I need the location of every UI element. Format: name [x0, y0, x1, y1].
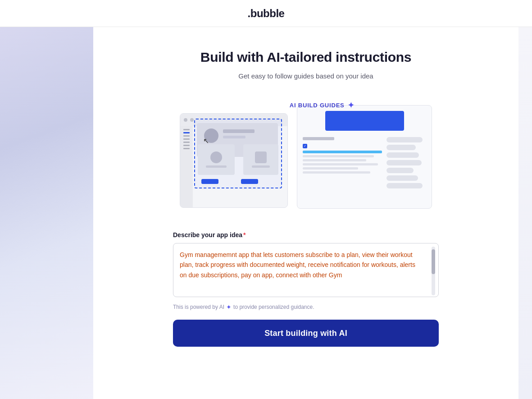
content-inner: Build with AI-tailored instructions Get … — [173, 50, 439, 347]
powered-by-label: This is powered by AI — [173, 304, 224, 310]
profile-rect-1 — [223, 129, 255, 133]
sparkle-icon: ✦ — [347, 100, 355, 110]
editor-sidebar — [180, 126, 193, 207]
form-label: Describe your app idea* — [173, 231, 439, 238]
sidebar-icon-4 — [183, 138, 190, 140]
form-label-text: Describe your app idea — [173, 231, 242, 238]
textarea-wrapper: Gym managememnt app that lets customers … — [173, 243, 439, 299]
check-icon: ✓ — [303, 144, 307, 148]
card-mockup-1 — [198, 144, 235, 175]
panel-pill-1 — [386, 137, 423, 142]
card-line-2 — [252, 165, 270, 168]
illustration-container: AI BUILD GUIDES ✦ — [180, 96, 432, 213]
panel-check-row: ✓ — [303, 144, 382, 148]
blue-btn-2 — [241, 179, 258, 184]
main-content: Build with AI-tailored instructions Get … — [93, 27, 518, 399]
powered-by-text: This is powered by AI ✦ to provide perso… — [173, 303, 439, 311]
textarea-scrollbar — [432, 247, 435, 295]
right-sidebar — [518, 27, 532, 399]
profile-rect-2 — [223, 136, 246, 138]
required-marker: * — [243, 231, 246, 238]
panel-line-4 — [303, 167, 358, 170]
ai-build-guides-badge: AI BUILD GUIDES ✦ — [290, 100, 355, 110]
toolbar-dot-1 — [184, 118, 187, 122]
card-square-2 — [255, 151, 267, 163]
sidebar-icon-3 — [183, 135, 190, 137]
main-layout: Build with AI-tailored instructions Get … — [0, 27, 532, 399]
panel-line-5 — [303, 171, 370, 174]
panel-line-1 — [303, 155, 374, 157]
cursor-icon: ↖ — [203, 137, 209, 145]
form-section: Describe your app idea* Gym managememnt … — [173, 231, 439, 347]
page-title: Build with AI-tailored instructions — [200, 50, 411, 65]
right-panel-mockup: ✓ — [297, 105, 432, 209]
toolbar-dot-2 — [190, 118, 194, 122]
panel-pill-2 — [386, 145, 416, 150]
header: .bubble — [0, 0, 532, 27]
panel-two-col: ✓ — [303, 137, 426, 188]
start-building-button[interactable]: Start building with AI — [173, 320, 439, 347]
panel-pill-4 — [386, 160, 422, 165]
sidebar-icon-5 — [183, 142, 190, 143]
card-circle-1 — [210, 151, 222, 163]
page-subtitle: Get easy to follow guides based on your … — [238, 72, 373, 80]
left-sidebar — [0, 27, 93, 399]
textarea-scrollbar-thumb — [432, 249, 435, 274]
blue-progress-bar — [303, 151, 382, 153]
sidebar-icon-2 — [183, 132, 190, 133]
panel-pill-3 — [386, 152, 419, 158]
panel-blue-bar — [325, 111, 404, 131]
ai-badge-text: AI BUILD GUIDES — [290, 102, 345, 109]
sidebar-icon-7 — [183, 148, 190, 149]
panel-right-col — [386, 137, 426, 188]
panel-title-1 — [303, 137, 334, 140]
ai-sparkle-icon: ✦ — [226, 303, 232, 311]
panel-pill-7 — [386, 183, 423, 188]
dashed-selection — [194, 119, 282, 188]
sidebar-icon-6 — [183, 145, 190, 146]
panel-line-2 — [303, 159, 366, 161]
panel-pill-5 — [386, 168, 414, 173]
logo: .bubble — [248, 7, 285, 20]
powered-by-suffix: to provide personalized guidance. — [233, 304, 314, 310]
panel-line-3 — [303, 163, 378, 165]
panel-pill-6 — [386, 175, 418, 181]
blue-btn-1 — [201, 179, 218, 184]
panel-left-col: ✓ — [303, 137, 382, 188]
card-mockup-2 — [243, 144, 278, 175]
blue-buttons-row — [201, 179, 258, 184]
card-line-1 — [206, 165, 227, 168]
app-idea-textarea[interactable]: Gym managememnt app that lets customers … — [173, 243, 439, 297]
sidebar-icon-1 — [183, 129, 190, 130]
